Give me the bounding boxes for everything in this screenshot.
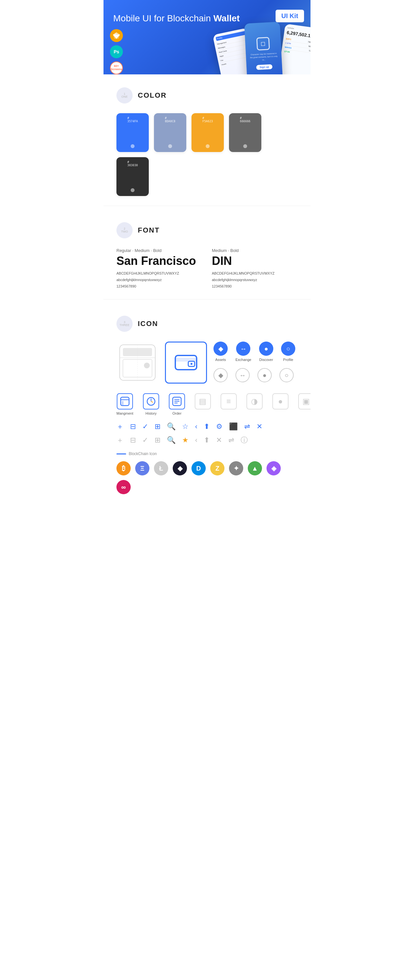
section-sub-text: ONE — [121, 95, 128, 98]
section3-sub-text: THREE — [119, 324, 130, 327]
app-icon-label: Order — [172, 411, 182, 415]
misc-icon-gray: ▤ — [195, 393, 211, 409]
search-icon: 🔍 — [167, 422, 176, 431]
crypto-icon-augur: ▲ — [248, 461, 262, 476]
ui-kit-badge: UI Kit — [275, 10, 304, 22]
crypto-icon-ethereum: Ξ — [135, 461, 150, 476]
swatch-hex-label: #3574FA — [127, 116, 138, 123]
hero-tool-icons: Ps 60+ Screens — [110, 29, 123, 75]
app-icons-row: Mangment History Order ▤≡◑●▣ⓘ — [116, 393, 298, 415]
nav-icons-row-outline: ◆ ↔ ● ○ — [213, 368, 295, 382]
swatch-dot — [206, 144, 210, 148]
color-swatches: #3574FA #8DA0C8 #F5A623 #666666 #303030 — [116, 113, 298, 196]
nav-icon-discover: ● Discover — [259, 342, 273, 361]
blockchain-label: BlockChain Icon — [116, 452, 298, 456]
back-icon: ‹ — [195, 422, 197, 431]
doc-icon: ⊟ — [130, 422, 136, 431]
swatch-hex-label: #8DA0C8 — [165, 116, 176, 123]
wallet-icon-grid: ◆ Assets ↔ Exchange ● Discover ○ Profile… — [116, 342, 298, 383]
share-icon-gray: ⬆ — [204, 436, 210, 444]
nav-icon-circle-outline: ● — [258, 368, 272, 382]
blockchain-line — [116, 453, 126, 454]
font-name: San Francisco — [116, 254, 202, 268]
color-section: 1 ONE COLOR #3574FA #8DA0C8 #F5A623 #666… — [104, 75, 310, 202]
font-grid: Regular · Medium · Bold San Francisco AB… — [116, 248, 298, 290]
crypto-icon-bitcoin: ₿ — [116, 461, 131, 476]
blockchain-label-text: BlockChain Icon — [129, 452, 157, 456]
settings-icon: ⚙ — [216, 422, 223, 431]
swatch-hex-label: #666666 — [240, 116, 251, 123]
color-swatch: #666666 — [229, 113, 261, 152]
nav-icon-label: Exchange — [236, 358, 251, 361]
screens-label: Screens — [111, 68, 122, 71]
blockchain-section: BlockChain Icon ₿ΞŁ◆DZ✦▲◈∞ — [116, 452, 298, 494]
misc-icon-gray: ● — [272, 393, 288, 409]
app-icon-order: Order — [169, 393, 185, 415]
nav-icons-group: ◆ Assets ↔ Exchange ● Discover ○ Profile… — [213, 342, 295, 382]
ps-icon: Ps — [110, 45, 123, 58]
misc-icon-gray: ◑ — [247, 393, 263, 409]
icon-wireframe-container — [116, 342, 158, 383]
nav-icon-outline-profile: ○ — [279, 368, 294, 382]
swatch-hex-label: #F5A623 — [202, 116, 213, 123]
doc-icon-gray: ⊟ — [130, 436, 136, 444]
color-swatch: #303030 — [116, 157, 149, 196]
color-swatch: #8DA0C8 — [154, 113, 186, 152]
screens-badge: 60+ Screens — [110, 62, 123, 75]
section2-sub-text: TWO — [121, 230, 128, 233]
font-lowercase: abcdefghijklmnopqrstuvwxyz — [116, 277, 202, 283]
app-icon-label: History — [145, 411, 156, 415]
plus-icon: ＋ — [116, 422, 124, 431]
crypto-icon-zcash: Z — [210, 461, 225, 476]
sketch-icon — [110, 29, 123, 42]
check-icon: ✓ — [142, 422, 148, 431]
svg-line-19 — [151, 401, 153, 402]
app-icon-history: History — [143, 393, 159, 415]
phone-mockups: Profile Management Messages Real Cards N… — [210, 23, 310, 75]
svg-rect-7 — [144, 363, 150, 368]
font-numbers: 1234567890 — [212, 283, 298, 290]
search-icon-gray: 🔍 — [167, 436, 176, 444]
svg-rect-10 — [175, 355, 197, 370]
color-title: COLOR — [138, 91, 167, 100]
font-section: 2 TWO FONT Regular · Medium · Bold San F… — [104, 209, 310, 296]
nav-icon-circle-outline: ↔ — [236, 368, 250, 382]
upload-icon: ⬛ — [229, 422, 238, 431]
qr-icon-gray: ⊞ — [154, 436, 161, 444]
hero-title-text: Mobile UI for Blockchain — [113, 13, 213, 23]
check-icon-gray: ✓ — [142, 436, 148, 444]
nav-icon-exchange: ↔ Exchange — [236, 342, 251, 361]
section-number-1: 1 ONE — [116, 88, 132, 103]
swatch-dot — [131, 144, 135, 148]
app-icon-label: Mangment — [116, 411, 133, 415]
font-uppercase: ABCDEFGHIJKLMNOPQRSTUVWXYZ — [212, 270, 298, 277]
wallet-svg — [175, 353, 197, 372]
star-icon: ☆ — [182, 422, 189, 431]
crypto-icon-litecoin: Ł — [154, 461, 168, 476]
nav-icons-row-filled: ◆ Assets ↔ Exchange ● Discover ○ Profile — [213, 342, 295, 361]
info-icon-gray: ⓘ — [240, 435, 248, 445]
nav-icon-label: Assets — [215, 358, 226, 361]
utility-icons-row2: ＋ ⊟ ✓ ⊞ 🔍 ★ ‹ ⬆ ✕ ⇌ ⓘ — [116, 435, 298, 445]
font-style-label: Medium · Bold — [212, 248, 298, 253]
section-number-3: 3 THREE — [116, 316, 132, 332]
color-section-header: 1 ONE COLOR — [116, 88, 298, 103]
font-item-1: Medium · Bold DIN ABCDEFGHIJKLMNOPQRSTUV… — [212, 248, 298, 290]
close-icon-gray: ✕ — [216, 436, 222, 444]
color-swatch: #F5A623 — [191, 113, 224, 152]
app-icon-box — [117, 393, 133, 409]
svg-point-13 — [191, 363, 193, 365]
font-item-0: Regular · Medium · Bold San Francisco AB… — [116, 248, 202, 290]
color-swatch: #3574FA — [116, 113, 149, 152]
nav-icon-circle-outline: ○ — [279, 368, 294, 382]
phone-mockup-2: ◻ Character may be mastered in the great… — [244, 22, 283, 75]
swap-icon-gray: ⇌ — [228, 436, 234, 444]
font-title: FONT — [138, 226, 160, 234]
utility-icons-row1: ＋ ⊟ ✓ ⊞ 🔍 ☆ ‹ ⬆ ⚙ ⬛ ⇌ ✕ — [116, 422, 298, 431]
svg-rect-16 — [122, 401, 124, 405]
crypto-icon-matic: ∞ — [116, 480, 131, 494]
crypto-icon-dash: D — [191, 461, 206, 476]
nav-icon-circle-filled: ○ — [281, 342, 295, 356]
hero-title-bold: Wallet — [213, 13, 240, 23]
app-icon-box — [143, 393, 159, 409]
